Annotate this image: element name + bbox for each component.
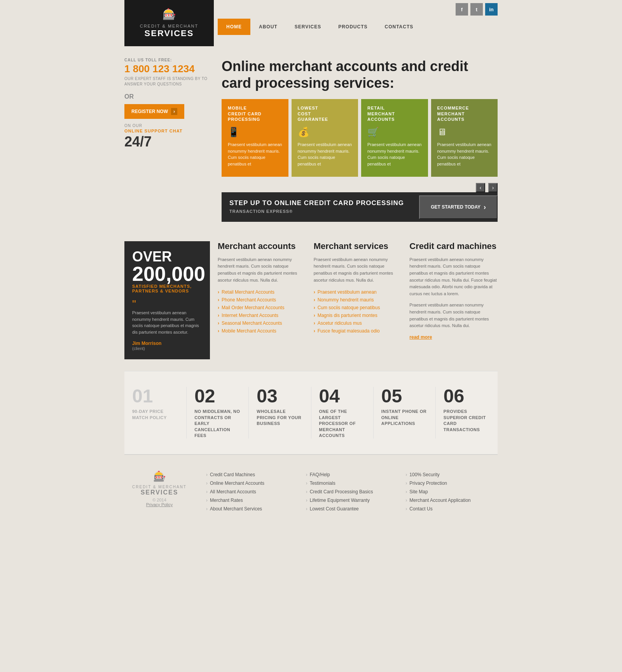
retail-accounts-link[interactable]: Retail Merchant Accounts — [222, 289, 274, 295]
stat-2-label: NO MIDDLEMAN, NO CONTRACTS OR EARLY CANC… — [194, 409, 241, 439]
service-link-2[interactable]: Nonummy hendrerit mauris — [318, 297, 374, 303]
footer-cc-basics[interactable]: Credit Card Processing Basics — [310, 489, 373, 494]
stat-2-num: 02 — [194, 387, 241, 406]
card-ecommerce-text: Praesent vestibulum aenean nonummy hendr… — [437, 141, 492, 167]
register-button[interactable]: REGISTER NOW › — [124, 104, 184, 119]
footer-sitemap[interactable]: Site Map — [409, 489, 428, 494]
nav-contacts[interactable]: CONTACTS — [376, 19, 422, 35]
merchant-accounts-intro: Praesent vestibulum aenean nonummy hendr… — [218, 256, 306, 284]
merchant-accounts-col: Merchant accounts Praesent vestibulum ae… — [218, 241, 306, 359]
footer-merchant-rates[interactable]: Merchant Rates — [210, 498, 243, 503]
footer-col-2: FAQ/Help Testimonials Credit Card Proces… — [306, 470, 398, 513]
stat-1-num: 01 — [132, 387, 178, 406]
card-mobile-icon: 📱 — [228, 127, 282, 138]
stat-3-num: 03 — [257, 387, 303, 406]
footer-item: Testimonials — [306, 479, 398, 487]
card-next-button[interactable]: › — [488, 183, 498, 192]
call-desc: OUR EXPERT STAFF IS STANDING BY TO ANSWE… — [124, 76, 210, 87]
facebook-btn[interactable]: f — [456, 3, 468, 16]
service-link-5[interactable]: Ascetur ridiculus mus — [318, 320, 362, 326]
footer-privacy-link[interactable]: Privacy Policy — [146, 502, 173, 507]
logo-icon: 🎰 — [162, 8, 176, 21]
nav-about[interactable]: ABOUT — [250, 19, 286, 35]
footer-item: Lowest Cost Guarantee — [306, 505, 398, 513]
linkedin-btn[interactable]: in — [485, 3, 498, 16]
mid-section: OVER 200,000 SATISFIED MERCHANTS, PARTNE… — [124, 241, 498, 359]
footer-item: 100% Security — [405, 470, 498, 479]
service-link-3[interactable]: Cum sociis natoque penatibus — [318, 305, 380, 310]
card-lowest-icon: 💰 — [298, 127, 352, 138]
or-divider: OR — [124, 93, 210, 100]
nav-area: f t in HOME ABOUT SERVICES PRODUCTS CONT… — [214, 0, 498, 46]
nav-services[interactable]: SERVICES — [286, 19, 330, 35]
footer-columns: Credit Card Machines Online Merchant Acc… — [206, 470, 498, 513]
card-mobile-title: MOBILECREDIT CARDPROCESSING — [228, 105, 282, 122]
list-item: Phone Merchant Accounts — [218, 296, 306, 304]
service-link-1[interactable]: Praesent vestibulum aenean — [318, 289, 377, 295]
cta-banner: STEP UP TO ONLINE CREDIT CARD PROCESSING… — [222, 192, 498, 222]
footer-faq[interactable]: FAQ/Help — [310, 472, 330, 477]
card-lowest: LOWESTCOSTGUARANTEE 💰 Praesent vestibulu… — [292, 99, 358, 177]
footer-testimonials[interactable]: Testimonials — [310, 480, 335, 486]
nav-products[interactable]: PRODUCTS — [330, 19, 376, 35]
quote-author: Jim Morrison — [132, 341, 202, 346]
footer-list-1: Credit Card Machines Online Merchant Acc… — [206, 470, 298, 513]
footer-item: About Merchant Services — [206, 505, 298, 513]
footer-privacy-protection[interactable]: Privacy Protection — [409, 480, 447, 486]
footer-security[interactable]: 100% Security — [409, 472, 439, 477]
hero-section: CALL US TOLL FREE: 1 800 123 1234 OUR EX… — [124, 46, 498, 241]
card-navigation: ‹ › — [222, 183, 498, 192]
stat-3: 03 WHOLESALE PRICING FOR YOUR BUSINESS — [249, 387, 311, 439]
quote-text: Praesent vestibulum aenean nonummy hendr… — [132, 310, 202, 335]
seasonal-accounts-link[interactable]: Seasonal Merchant Accounts — [222, 320, 282, 326]
footer-account-application[interactable]: Merchant Account Application — [409, 498, 470, 503]
stat-4: 04 ONE OF THE LARGEST PROCESSOR OF MERCH… — [311, 387, 374, 439]
footer-contact[interactable]: Contact Us — [409, 506, 432, 512]
list-item: Mail Order Merchant Accounts — [218, 304, 306, 312]
footer-credit-machines[interactable]: Credit Card Machines — [210, 472, 255, 477]
footer-about-services[interactable]: About Merchant Services — [210, 506, 262, 512]
cta-sub-text: TRANSACTION EXPRESS® — [229, 209, 293, 214]
quote-role: (client) — [132, 346, 202, 351]
register-label: REGISTER NOW — [131, 109, 168, 114]
card-retail: RETAILMERCHANTACCOUNTS 🛒 Praesent vestib… — [361, 99, 428, 177]
card-retail-icon: 🛒 — [367, 127, 422, 138]
twitter-btn[interactable]: t — [470, 3, 483, 16]
hero-left: CALL US TOLL FREE: 1 800 123 1234 OUR EX… — [124, 58, 210, 233]
footer-all-accounts[interactable]: All Merchant Accounts — [210, 489, 256, 494]
get-started-button[interactable]: GET STARTED TODAY › — [419, 195, 498, 219]
stats-inner: 01 90-DAY PRICE MATCH POLICY 02 NO MIDDL… — [124, 387, 498, 439]
support-label: ONLINE SUPPORT CHAT — [124, 129, 210, 133]
call-label: CALL US TOLL FREE: — [124, 58, 210, 62]
footer-online-accounts[interactable]: Online Merchant Accounts — [210, 480, 264, 486]
merchant-services-col: Merchant services Praesent vestibulum ae… — [314, 241, 402, 359]
card-prev-button[interactable]: ‹ — [476, 183, 485, 192]
footer-lowest-cost[interactable]: Lowest Cost Guarantee — [310, 506, 359, 512]
service-link-6[interactable]: Fusce feugiat malesuada odio — [318, 328, 380, 334]
merchant-accounts-title: Merchant accounts — [218, 241, 306, 251]
stat-6-label: PROVIDES SUPERIOR CREDIT CARD TRANSACTIO… — [444, 409, 490, 433]
list-item: Nonummy hendrerit mauris — [314, 296, 402, 304]
merchants-label: SATISFIED MERCHANTS, PARTNERS & VENDORS — [132, 284, 202, 293]
internet-accounts-link[interactable]: Internet Merchant Accounts — [222, 313, 278, 318]
footer-list-3: 100% Security Privacy Protection Site Ma… — [405, 470, 498, 513]
quote-icon: " — [132, 299, 202, 310]
stat-2: 02 NO MIDDLEMAN, NO CONTRACTS OR EARLY C… — [187, 387, 249, 439]
mail-accounts-link[interactable]: Mail Order Merchant Accounts — [222, 305, 284, 310]
footer-col-1: Credit Card Machines Online Merchant Acc… — [206, 470, 298, 513]
read-more-link[interactable]: read more — [409, 334, 432, 340]
nav-home[interactable]: HOME — [218, 19, 250, 35]
footer-lifetime-warranty[interactable]: Lifetime Equipment Warranty — [310, 498, 370, 503]
phone-accounts-link[interactable]: Phone Merchant Accounts — [222, 297, 276, 303]
credit-machines-extra: Praesent vestibulum aenean nonummy hendr… — [409, 302, 498, 329]
list-item: Cum sociis natoque penatibus — [314, 304, 402, 312]
list-item: Seasonal Merchant Accounts — [218, 319, 306, 327]
service-link-4[interactable]: Magnis dis parturient montes — [318, 313, 377, 318]
cta-text-block: STEP UP TO ONLINE CREDIT CARD PROCESSING… — [222, 192, 419, 222]
footer-item: Privacy Protection — [405, 479, 498, 487]
list-item: Mobile Merchant Accounts — [218, 327, 306, 335]
logo-block: 🎰 CREDIT & MERCHANT SERVICES — [124, 0, 214, 46]
mobile-accounts-link[interactable]: Mobile Merchant Accounts — [222, 328, 276, 334]
footer-item: Contact Us — [405, 505, 498, 513]
footer-item: Credit Card Machines — [206, 470, 298, 479]
